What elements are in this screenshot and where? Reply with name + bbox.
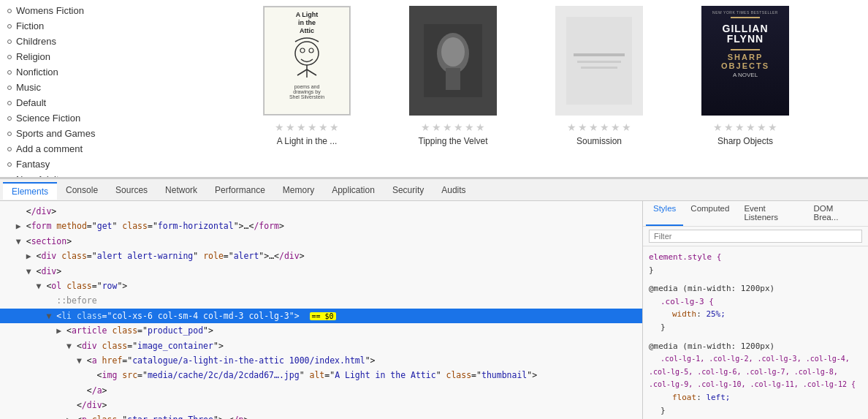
css-selector: .col-lg-3 { xyxy=(649,297,714,306)
dom-line: ▼ <ol class="row"> xyxy=(0,279,642,293)
dom-line: </div> xyxy=(0,398,642,412)
book-item: A Lightin theAttic poems anddrawings byS… xyxy=(234,6,380,171)
books-area: A Lightin theAttic poems anddrawings byS… xyxy=(234,0,868,177)
dom-line: ::before xyxy=(0,293,642,308)
book-title: Tipping the Velvet xyxy=(419,136,488,146)
dom-line-highlighted[interactable]: ▼ <li class="col-xs-6 col-sm-4 col-md-3 … xyxy=(0,309,642,323)
star-icon: ★ xyxy=(589,121,598,133)
css-rule: @media (min-width: 1200px) .col-lg-1, .c… xyxy=(649,340,862,418)
sidebar-item[interactable]: Womens Fiction xyxy=(7,3,226,18)
star-icon: ★ xyxy=(713,121,723,133)
tab-sources[interactable]: Sources xyxy=(107,182,156,198)
css-rule: element.style { } xyxy=(649,251,862,276)
star-icon: ★ xyxy=(319,121,328,133)
dom-panel[interactable]: </div> ▶ <form method="get" class="form-… xyxy=(0,201,643,419)
sidebar-item[interactable]: Nonfiction xyxy=(7,64,226,80)
filter-bar xyxy=(643,227,868,246)
dom-line: ▼ <div> xyxy=(0,264,642,279)
filter-input[interactable] xyxy=(649,230,862,243)
sidebar-link[interactable]: Add a comment xyxy=(16,143,83,154)
sidebar-link[interactable]: Fantasy xyxy=(16,159,50,170)
sidebar-link[interactable]: Science Fiction xyxy=(16,113,80,124)
tab-network[interactable]: Network xyxy=(156,182,206,198)
sidebar-item[interactable]: Music xyxy=(7,80,226,95)
bullet-icon xyxy=(7,9,12,13)
dom-line: ▶ <form method="get" class="form-horizon… xyxy=(0,219,642,233)
dom-line: ▶ <div class="alert alert-warning" role=… xyxy=(0,249,642,263)
star-icon: ★ xyxy=(286,121,295,133)
styles-content: element.style { } @media (min-width: 120… xyxy=(643,246,868,419)
dom-line: ▶ <p class="star-rating Three">…</p> xyxy=(0,412,642,419)
bullet-icon xyxy=(7,101,12,105)
star-icon: ★ xyxy=(476,121,485,133)
sidebar-item[interactable]: Fiction xyxy=(7,18,226,34)
book3-illustration xyxy=(566,17,632,105)
bullet-icon xyxy=(7,70,12,75)
book4-nyt-text: NEW YORK TIMES BESTSELLER xyxy=(712,10,778,15)
bullet-icon xyxy=(7,132,12,136)
sidebar-link[interactable]: Sports and Games xyxy=(16,128,95,139)
svg-line-4 xyxy=(297,69,307,75)
book-cover xyxy=(555,6,643,116)
bullet-icon xyxy=(7,55,12,59)
sidebar-item[interactable]: Religion xyxy=(7,49,226,64)
svg-rect-13 xyxy=(581,67,617,69)
css-media-query: @media (min-width: 1200px) xyxy=(649,341,774,351)
styles-panel: Styles Computed Event Listeners DOM Brea… xyxy=(643,201,868,419)
book-title: A Light in the ... xyxy=(277,136,338,146)
styles-tab-computed[interactable]: Computed xyxy=(683,201,736,226)
sidebar-link[interactable]: Religion xyxy=(16,51,50,62)
star-icon: ★ xyxy=(275,121,284,133)
styles-tab-dom-breakpoints[interactable]: DOM Brea... xyxy=(806,201,865,226)
sidebar-item[interactable]: Childrens xyxy=(7,34,226,49)
star-icon: ★ xyxy=(432,121,441,133)
sidebar-link[interactable]: Music xyxy=(16,82,41,93)
star-icon: ★ xyxy=(454,121,463,133)
sidebar-item[interactable]: Sports and Games xyxy=(7,126,226,141)
sidebar-item[interactable]: Add a comment xyxy=(7,141,226,156)
tab-memory[interactable]: Memory xyxy=(274,182,323,198)
star-rating: ★ ★ ★ ★ ★ ★ xyxy=(713,121,777,133)
star-icon: ★ xyxy=(443,121,452,133)
sidebar-link[interactable]: Default xyxy=(16,97,46,108)
svg-line-5 xyxy=(307,69,316,75)
book-title: Soumission xyxy=(576,136,622,146)
styles-tab-styles[interactable]: Styles xyxy=(646,201,683,226)
dom-line: ▶ <article class="product_pod"> xyxy=(0,323,642,338)
devtools-tabbar: Elements Console Sources Network Perform… xyxy=(0,179,868,201)
sidebar: Womens Fiction Fiction Childrens Religio… xyxy=(0,0,234,177)
book-title: Sharp Objects xyxy=(717,136,773,146)
dom-line: ▼ <div class="image_container"> xyxy=(0,339,642,353)
sidebar-link[interactable]: Childrens xyxy=(16,36,56,47)
book-cover: NEW YORK TIMES BESTSELLER GILLIANFLYNN S… xyxy=(701,6,789,116)
dom-line: ▼ <a href="catalogue/a-light-in-the-atti… xyxy=(0,353,642,368)
bullet-icon xyxy=(7,162,12,167)
svg-point-8 xyxy=(441,37,465,67)
tab-application[interactable]: Application xyxy=(323,182,384,198)
sidebar-item[interactable]: Science Fiction xyxy=(7,110,226,126)
sidebar-link[interactable]: Nonfiction xyxy=(16,67,58,78)
star-icon: ★ xyxy=(567,121,576,133)
tab-console[interactable]: Console xyxy=(57,182,107,198)
devtools-body: </div> ▶ <form method="get" class="form-… xyxy=(0,201,868,419)
tab-audits[interactable]: Audits xyxy=(433,182,474,198)
styles-tab-event-listeners[interactable]: Event Listeners xyxy=(736,201,806,226)
book4-subtitle: A NOVEL xyxy=(733,72,758,78)
sidebar-item[interactable]: Fantasy xyxy=(7,156,226,172)
tab-elements[interactable]: Elements xyxy=(3,182,57,200)
star-icon: ★ xyxy=(746,121,755,133)
sidebar-link[interactable]: Womens Fiction xyxy=(16,5,84,16)
sidebar-item[interactable]: Default xyxy=(7,95,226,110)
sidebar-link[interactable]: New Adult xyxy=(16,174,59,177)
star-icon: ★ xyxy=(578,121,587,133)
bullet-icon xyxy=(7,39,12,44)
css-selector: .col-lg-1, .col-lg-2, .col-lg-3, .col-lg… xyxy=(649,355,856,388)
tab-security[interactable]: Security xyxy=(384,182,433,198)
star-rating: ★ ★ ★ ★ ★ ★ xyxy=(421,121,485,133)
sidebar-item[interactable]: New Adult xyxy=(7,172,226,177)
star-icon: ★ xyxy=(611,121,620,133)
sidebar-link[interactable]: Fiction xyxy=(16,20,44,31)
book4-author-name: GILLIANFLYNN xyxy=(723,23,769,44)
tab-performance[interactable]: Performance xyxy=(206,182,274,198)
sidebar-list: Womens Fiction Fiction Childrens Religio… xyxy=(7,3,226,177)
